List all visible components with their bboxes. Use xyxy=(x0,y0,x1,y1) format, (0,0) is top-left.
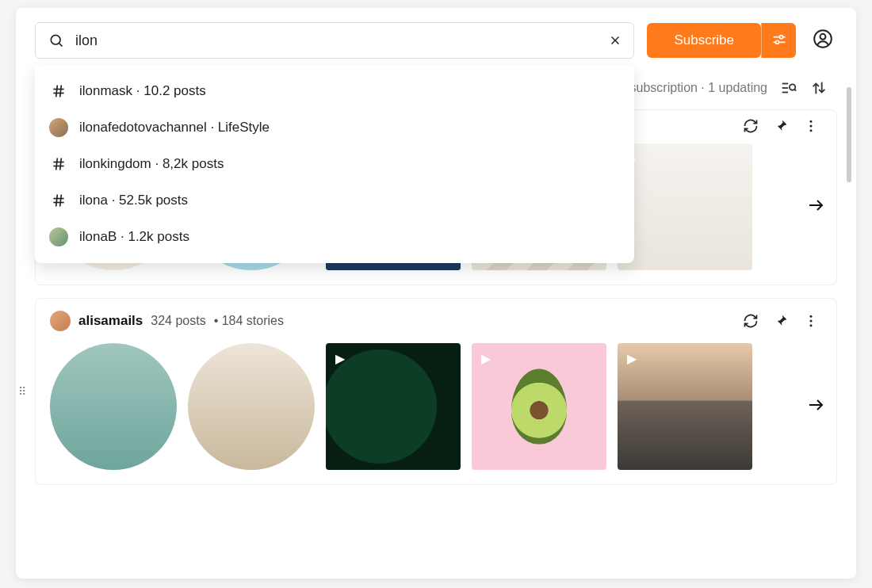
posts-count: 324 posts xyxy=(151,314,205,328)
stories-count: • 184 stories xyxy=(214,314,284,328)
svg-point-17 xyxy=(779,35,782,38)
drag-handle[interactable]: ⠿ xyxy=(18,385,26,398)
suggestion-item[interactable]: ilonaB · 1.2k posts xyxy=(35,219,634,255)
user-circle-icon xyxy=(813,29,833,52)
svg-point-25 xyxy=(790,84,795,90)
list-search-button[interactable] xyxy=(780,79,797,97)
play-icon: ▶ xyxy=(627,351,637,366)
post-thumbnail[interactable]: ▶ xyxy=(472,343,606,470)
svg-line-7 xyxy=(60,86,62,97)
suggestion-item[interactable]: ilonmask · 10.2 posts xyxy=(35,73,634,109)
suggestion-text: ilonaB · 1.2k posts xyxy=(79,229,189,245)
more-button[interactable] xyxy=(800,115,822,137)
refresh-button[interactable] xyxy=(740,310,762,332)
clear-search-button[interactable] xyxy=(608,33,622,48)
svg-point-34 xyxy=(810,315,813,318)
hashtag-icon xyxy=(49,82,68,101)
pin-button[interactable] xyxy=(770,115,792,137)
suggestion-item[interactable]: ilona · 52.5k posts xyxy=(35,182,634,219)
sort-button[interactable] xyxy=(810,79,828,97)
post-thumbnail[interactable]: ▶ xyxy=(618,143,752,270)
svg-point-21 xyxy=(820,34,826,40)
post-thumbnail[interactable]: ▶ xyxy=(618,343,752,470)
next-button[interactable] xyxy=(806,196,825,218)
username[interactable]: alisamails xyxy=(78,313,143,329)
svg-point-19 xyxy=(775,40,778,44)
suggestion-text: ilona · 52.5k posts xyxy=(79,193,188,208)
suggestion-text: ilonafedotovachannel · LifeStyle xyxy=(79,120,270,136)
sliders-icon xyxy=(771,32,787,50)
svg-point-35 xyxy=(810,320,813,323)
subscribe-label: Subscribe xyxy=(674,32,734,48)
svg-line-6 xyxy=(56,86,58,97)
search-input[interactable] xyxy=(75,32,599,49)
profile-button[interactable] xyxy=(809,26,837,55)
refresh-button[interactable] xyxy=(740,115,762,137)
search-suggestions-dropdown: ilonmask · 10.2 posts ilonafedotovachann… xyxy=(35,65,634,263)
play-icon: ▶ xyxy=(335,351,345,366)
user-avatar-icon xyxy=(49,227,68,246)
hashtag-icon xyxy=(49,191,68,210)
feed-card: ⠿ alisamails 324 posts • 184 stories xyxy=(35,298,837,485)
search-box[interactable] xyxy=(35,22,634,59)
feed-status: subscription · 1 updating xyxy=(630,81,767,95)
user-avatar[interactable] xyxy=(50,311,71,331)
svg-point-27 xyxy=(810,120,813,123)
svg-line-15 xyxy=(60,195,62,207)
svg-line-1 xyxy=(59,44,63,47)
svg-point-0 xyxy=(51,35,60,44)
svg-line-11 xyxy=(60,158,62,170)
pin-button[interactable] xyxy=(770,310,792,332)
suggestion-text: ilonkingdom · 8,2k posts xyxy=(79,156,224,172)
svg-point-29 xyxy=(810,129,813,132)
scrollbar-thumb[interactable] xyxy=(847,87,851,182)
suggestion-item[interactable]: ilonafedotovachannel · LifeStyle xyxy=(35,109,634,146)
filter-button[interactable] xyxy=(761,23,796,58)
story-thumbnail[interactable] xyxy=(188,343,315,470)
scrollbar[interactable] xyxy=(847,87,851,547)
next-button[interactable] xyxy=(806,395,825,418)
story-thumbnail[interactable] xyxy=(50,343,177,470)
suggestion-item[interactable]: ilonkingdom · 8,2k posts xyxy=(35,146,634,182)
search-icon xyxy=(47,31,66,50)
svg-line-10 xyxy=(56,158,58,170)
user-avatar-icon xyxy=(49,118,68,137)
svg-line-26 xyxy=(794,90,796,91)
svg-point-36 xyxy=(810,324,813,326)
svg-line-14 xyxy=(56,195,58,207)
subscribe-button[interactable]: Subscribe xyxy=(647,23,761,58)
svg-point-28 xyxy=(810,125,813,128)
post-thumbnail[interactable]: ▶ xyxy=(326,343,461,470)
more-button[interactable] xyxy=(800,310,822,332)
hashtag-icon xyxy=(49,155,68,174)
suggestion-text: ilonmask · 10.2 posts xyxy=(79,83,206,99)
play-icon: ▶ xyxy=(481,351,491,366)
